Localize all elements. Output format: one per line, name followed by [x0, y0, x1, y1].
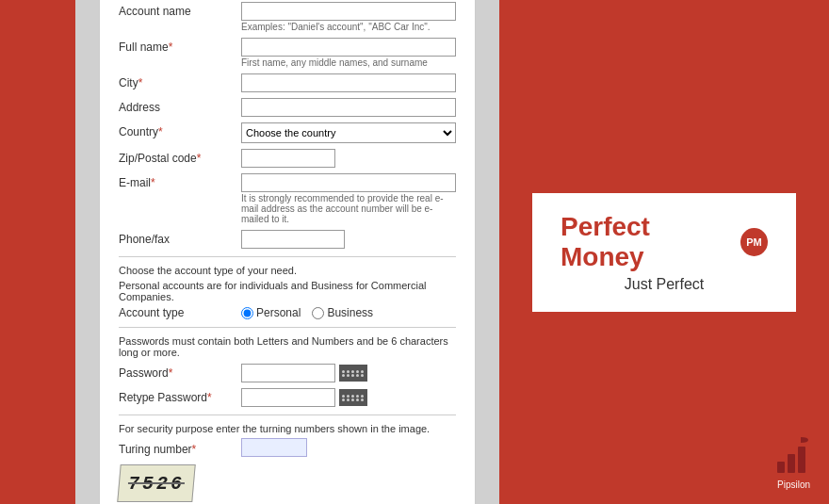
- radio-personal-input[interactable]: [241, 307, 253, 319]
- right-panel: Perfect Money PM Just Perfect Pipsilon: [499, 0, 829, 504]
- full-name-input[interactable]: [241, 38, 456, 57]
- retype-keyboard-icon[interactable]: [339, 389, 367, 406]
- radio-group: Personal Business: [241, 306, 373, 319]
- address-row: Address: [119, 98, 456, 117]
- country-field-col: Choose the country: [241, 122, 456, 143]
- country-row: Country* Choose the country: [119, 122, 456, 143]
- city-row: City*: [119, 73, 456, 92]
- radio-business-label: Business: [327, 306, 373, 319]
- email-field-col: It is strongly recommended to provide th…: [241, 173, 456, 224]
- account-name-input[interactable]: [241, 2, 456, 21]
- pm-badge: PM: [740, 228, 768, 256]
- captcha-container: 7526: [119, 464, 456, 502]
- zip-field-col: [241, 149, 456, 168]
- pipsilon-text: Pipsilon: [777, 480, 810, 490]
- turing-info: For security purpose enter the turning n…: [119, 423, 456, 434]
- logo-container: Pipsilon: [772, 435, 815, 490]
- email-label: E-mail*: [119, 173, 241, 189]
- email-hint: It is strongly recommended to provide th…: [241, 193, 456, 224]
- phone-row: Phone/fax: [119, 230, 456, 249]
- radio-personal[interactable]: Personal: [241, 306, 301, 319]
- account-name-label: Account name: [119, 2, 241, 18]
- email-row: E-mail* It is strongly recommended to pr…: [119, 173, 456, 224]
- email-input[interactable]: [241, 173, 456, 192]
- left-panel: [0, 0, 75, 504]
- full-name-label: Full name*: [119, 38, 241, 54]
- zip-input[interactable]: [241, 149, 335, 168]
- password-input[interactable]: [241, 364, 335, 382]
- radio-personal-label: Personal: [256, 306, 301, 319]
- account-type-label: Account type: [119, 306, 241, 319]
- captcha-image: 7526: [117, 464, 195, 502]
- password-row: Password*: [119, 364, 456, 382]
- country-select[interactable]: Choose the country: [241, 122, 456, 143]
- brand-container: Perfect Money PM Just Perfect: [532, 193, 796, 312]
- center-panel: Account name Examples: "Daniel's account…: [75, 0, 499, 504]
- zip-row: Zip/Postal code*: [119, 149, 456, 168]
- form-container: Account name Examples: "Daniel's account…: [99, 0, 476, 504]
- address-field-col: [241, 98, 456, 117]
- retype-password-label: Retype Password*: [119, 388, 241, 404]
- city-label: City*: [119, 73, 241, 89]
- captcha-text: 7526: [128, 473, 185, 495]
- keyboard-icon[interactable]: [339, 365, 367, 382]
- password-field-group: [241, 364, 367, 382]
- svg-rect-0: [777, 462, 785, 473]
- brand-title-text: Perfect Money: [561, 212, 735, 272]
- account-type-row: Account type Personal Business: [119, 306, 456, 319]
- phone-label: Phone/fax: [119, 230, 241, 246]
- keyboard-dots: [342, 370, 365, 377]
- retype-password-row: Retype Password*: [119, 388, 456, 407]
- account-type-info2: Personal accounts are for individuals an…: [119, 280, 456, 302]
- city-field-col: [241, 73, 456, 92]
- account-name-row: Account name Examples: "Daniel's account…: [119, 2, 456, 32]
- pm-badge-text: PM: [746, 236, 762, 248]
- full-name-field-col: First name, any middle names, and surnam…: [241, 38, 456, 68]
- divider-1: [119, 256, 456, 257]
- city-input[interactable]: [241, 73, 456, 92]
- account-type-info1: Choose the account type of your need.: [119, 265, 456, 276]
- turing-row: Turing number*: [119, 438, 456, 457]
- address-label: Address: [119, 98, 241, 114]
- pipsilon-logo-svg: [772, 435, 815, 478]
- turing-label: Turing number*: [119, 440, 241, 456]
- radio-business-input[interactable]: [312, 307, 324, 319]
- retype-password-input[interactable]: [241, 388, 335, 407]
- password-info: Passwords must contain both Letters and …: [119, 335, 456, 358]
- brand-subtitle: Just Perfect: [625, 276, 704, 293]
- zip-label: Zip/Postal code*: [119, 149, 241, 165]
- turing-input[interactable]: [241, 438, 307, 457]
- retype-keyboard-dots: [342, 395, 365, 401]
- divider-3: [119, 415, 456, 415]
- svg-rect-1: [788, 454, 795, 473]
- phone-field-col: [241, 230, 456, 249]
- radio-business[interactable]: Business: [312, 306, 373, 319]
- retype-password-field-group: [241, 388, 367, 407]
- brand-title: Perfect Money PM: [561, 212, 768, 272]
- account-name-field-col: Examples: "Daniel's account", "ABC Car I…: [241, 2, 456, 32]
- password-label: Password*: [119, 364, 241, 380]
- phone-input[interactable]: [241, 230, 345, 249]
- country-label: Country*: [119, 122, 241, 138]
- address-input[interactable]: [241, 98, 456, 117]
- divider-2: [119, 327, 456, 328]
- svg-rect-2: [798, 447, 805, 473]
- full-name-hint: First name, any middle names, and surnam…: [241, 57, 456, 68]
- full-name-row: Full name* First name, any middle names,…: [119, 38, 456, 68]
- account-name-hint: Examples: "Daniel's account", "ABC Car I…: [241, 22, 456, 32]
